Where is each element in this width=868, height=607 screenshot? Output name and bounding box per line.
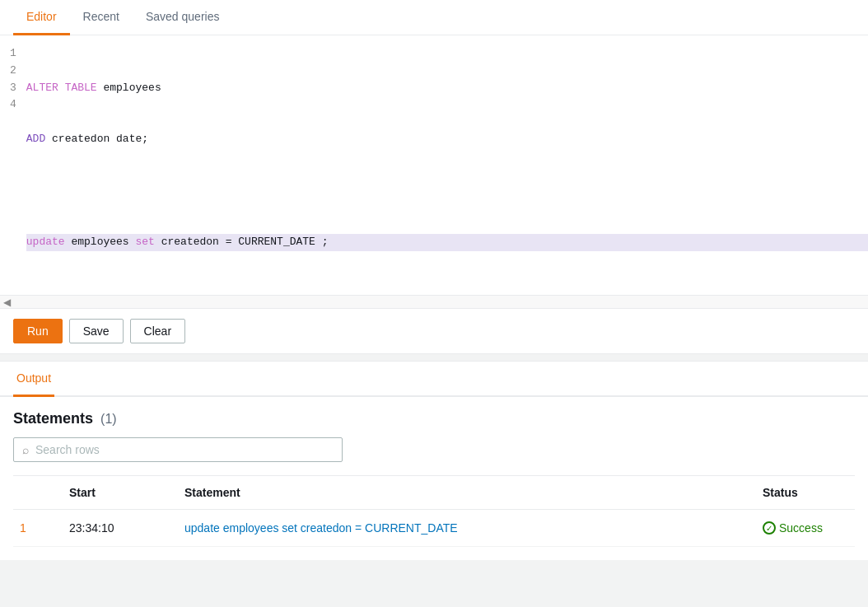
search-box[interactable]: ⌕ [13,437,343,462]
code-container[interactable]: 1 2 3 4 ALTER TABLE employees ADD create… [0,35,868,295]
col-header-status: Status [756,483,855,502]
cell-statement[interactable]: update employees set createdon = CURRENT… [178,516,756,539]
code-line-2: ADD createdon date; [26,131,868,148]
table-header: Start Statement Status [13,476,855,510]
tab-output[interactable]: Output [13,362,54,397]
scroll-indicator: ◀ [0,295,868,308]
line-numbers: 1 2 3 4 [0,45,26,285]
code-line-4: update employees set createdon = CURRENT… [26,234,868,251]
cell-status: ✓ Success [756,516,855,539]
code-lines[interactable]: ALTER TABLE employees ADD createdon date… [26,45,868,285]
cell-row-number: 1 [13,516,63,539]
col-header-start: Start [63,483,178,502]
bottom-panel: Output Statements (1) ⌕ Start Statement … [0,361,868,560]
tab-bar: Editor Recent Saved queries [0,0,868,35]
tab-recent[interactable]: Recent [70,0,133,35]
search-icon: ⌕ [22,443,29,456]
output-content: Statements (1) ⌕ Start Statement Status … [0,397,868,560]
tab-saved-queries[interactable]: Saved queries [133,0,233,35]
line-number-4: 4 [10,96,16,114]
top-panel: Editor Recent Saved queries 1 2 3 4 ALTE… [0,0,868,354]
status-success: ✓ Success [763,521,848,535]
save-button[interactable]: Save [69,319,124,343]
statements-header: Statements (1) [13,410,855,427]
run-button[interactable]: Run [13,319,63,343]
cell-start-time: 23:34:10 [63,516,178,539]
line-number-2: 2 [10,63,16,80]
tab-editor[interactable]: Editor [13,0,70,35]
statements-count: (1) [100,412,117,426]
table-row: 1 23:34:10 update employees set createdo… [13,510,855,547]
code-line-1: ALTER TABLE employees [26,80,868,97]
code-line-3 [26,182,868,199]
search-input[interactable] [35,443,334,456]
editor-area: 1 2 3 4 ALTER TABLE employees ADD create… [0,35,868,353]
clear-button[interactable]: Clear [130,319,185,343]
output-tab-bar: Output [0,362,868,397]
line-number-3: 3 [10,80,16,97]
col-header-number [13,483,63,502]
results-table: Start Statement Status 1 23:34:10 update… [13,475,855,547]
success-icon: ✓ [763,521,776,535]
scroll-arrow: ◀ [0,296,14,308]
toolbar: Run Save Clear [0,308,868,353]
line-number-1: 1 [10,45,16,63]
col-header-statement: Statement [178,483,756,502]
